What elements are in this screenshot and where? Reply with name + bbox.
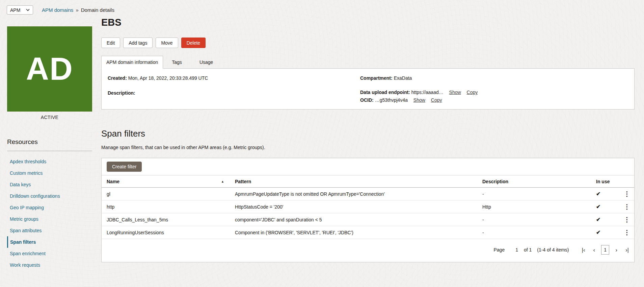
compartment-row: Compartment:ExaData — [360, 75, 628, 81]
sidebar-item-work-requests[interactable]: Work requests — [7, 259, 92, 271]
last-page-icon[interactable]: ›| — [625, 247, 629, 253]
move-button[interactable]: Move — [156, 38, 178, 48]
filter-actions: ⋮ — [620, 216, 634, 223]
table-row: LongRunningUserSessions Component in ('B… — [102, 226, 634, 239]
domain-info-right-column: Compartment:ExaData Data upload endpoint… — [360, 75, 628, 102]
edit-button[interactable]: Edit — [101, 38, 120, 48]
data-upload-endpoint-value: https://aaaad… — [411, 90, 444, 95]
ocid-value: …g53thvpj4v4a — [375, 97, 408, 103]
filter-pattern: HttpStatusCode = '200' — [230, 204, 477, 210]
pagination: Page 1 of 1 (1-4 of 4 items) |‹ ‹ 1 › ›| — [102, 239, 634, 262]
check-icon: ✔ — [596, 204, 600, 210]
tab-tags[interactable]: Tags — [163, 56, 191, 68]
ocid-label: OCID: — [360, 97, 374, 103]
filter-actions: ⋮ — [620, 204, 634, 210]
filter-description: Http — [477, 204, 595, 210]
sidebar-divider — [7, 151, 92, 151]
span-filters-table-card: Create filter Name ▲ Pattern Description… — [101, 158, 635, 262]
span-filters-description: Manage span filters, that can be used in… — [101, 145, 635, 150]
delete-button[interactable]: Delete — [181, 38, 206, 48]
filter-actions: ⋮ — [620, 191, 634, 197]
create-filter-button[interactable]: Create filter — [107, 162, 142, 172]
domain-info-left-column: Created:Mon, Apr 18, 2022, 20:33:28.499 … — [108, 75, 360, 102]
sidebar-item-custom-metrics[interactable]: Custom metrics — [7, 167, 92, 179]
table-row: http HttpStatusCode = '200' Http ✔ ⋮ — [102, 200, 634, 213]
check-icon: ✔ — [596, 230, 600, 235]
column-header-description[interactable]: Description — [477, 179, 595, 184]
breadcrumb-link-apm-domains[interactable]: APM domains — [42, 7, 73, 13]
kebab-menu-icon[interactable]: ⋮ — [624, 203, 630, 210]
filter-description: - — [477, 191, 595, 197]
endpoint-copy-link[interactable]: Copy — [467, 90, 478, 95]
filter-in-use: ✔ — [595, 216, 620, 223]
check-icon: ✔ — [596, 217, 600, 222]
next-page-icon[interactable]: › — [615, 247, 617, 253]
domain-info-panel: Created:Mon, Apr 18, 2022, 20:33:28.499 … — [101, 68, 635, 110]
page-number: 1 — [515, 247, 518, 253]
kebab-menu-icon[interactable]: ⋮ — [624, 216, 630, 223]
breadcrumb-current: Domain details — [81, 7, 114, 13]
sidebar-item-metric-groups[interactable]: Metric groups — [7, 213, 92, 225]
description-label: Description: — [108, 90, 135, 96]
filter-in-use: ✔ — [595, 191, 620, 197]
filter-name: http — [102, 204, 230, 210]
filter-name: gl — [102, 191, 230, 197]
action-buttons: Edit Add tags Move Delete — [101, 38, 635, 48]
filter-actions: ⋮ — [620, 229, 634, 236]
compartment-value: ExaData — [394, 75, 412, 81]
resources-nav: Apdex thresholds Custom metrics Data key… — [7, 156, 92, 271]
filter-in-use: ✔ — [595, 229, 620, 236]
breadcrumb: APM domains » Domain details — [42, 7, 114, 13]
filter-pattern: ApmrumPageUpdateType is not omitted OR A… — [230, 191, 477, 197]
topbar: APM APM domains » Domain details — [7, 5, 114, 15]
created-row: Created:Mon, Apr 18, 2022, 20:33:28.499 … — [108, 75, 360, 81]
app-selector-value: APM — [10, 7, 20, 13]
sidebar-item-data-keys[interactable]: Data keys — [7, 179, 92, 190]
avatar-initials: AD — [26, 51, 73, 87]
breadcrumb-separator: » — [76, 7, 78, 13]
sidebar-item-span-filters[interactable]: Span filters — [7, 236, 92, 248]
page-label: Page — [494, 247, 505, 253]
page-title: EBS — [101, 17, 635, 28]
data-upload-endpoint-row: Data upload endpoint:https://aaaad… Show… — [360, 90, 628, 95]
endpoint-show-link[interactable]: Show — [449, 90, 461, 95]
sidebar-item-span-enrichment[interactable]: Span enrichment — [7, 248, 92, 259]
ocid-row: OCID:…g53thvpj4v4a Show Copy — [360, 97, 628, 103]
sort-ascending-icon[interactable]: ▲ — [221, 180, 224, 183]
previous-page-icon[interactable]: ‹ — [593, 247, 595, 253]
status-badge: ACTIVE — [7, 115, 92, 120]
chevron-down-icon — [26, 9, 30, 11]
sidebar-item-span-attributes[interactable]: Span attributes — [7, 225, 92, 236]
column-header-name[interactable]: Name ▲ — [102, 179, 230, 184]
filter-pattern: Component in ('BROWSER', 'SERVLET', 'RUE… — [230, 230, 477, 235]
ocid-show-link[interactable]: Show — [413, 97, 425, 103]
tab-usage[interactable]: Usage — [191, 56, 222, 68]
page-of-label: of 1 — [524, 247, 532, 253]
sidebar-item-geo-ip-mapping[interactable]: Geo IP mapping — [7, 202, 92, 213]
current-page-box[interactable]: 1 — [601, 245, 609, 255]
table-row: JDBC_Calls_Less_than_5ms component='JDBC… — [102, 213, 634, 226]
sidebar-item-drilldown-configurations[interactable]: Drilldown configurations — [7, 190, 92, 202]
table-header-row: Name ▲ Pattern Description In use — [102, 175, 634, 188]
sidebar-item-apdex-thresholds[interactable]: Apdex thresholds — [7, 156, 92, 167]
items-count-label: (1-4 of 4 items) — [537, 247, 569, 253]
tabs: APM domain information Tags Usage — [101, 56, 635, 68]
app-selector[interactable]: APM — [7, 5, 33, 15]
column-header-pattern[interactable]: Pattern — [230, 179, 477, 184]
created-label: Created: — [108, 75, 127, 81]
filter-in-use: ✔ — [595, 204, 620, 210]
kebab-menu-icon[interactable]: ⋮ — [624, 229, 630, 236]
avatar: AD — [7, 26, 92, 112]
column-header-name-label: Name — [107, 179, 119, 184]
filter-name: LongRunningUserSessions — [102, 230, 230, 235]
ocid-copy-link[interactable]: Copy — [431, 97, 442, 103]
column-header-in-use[interactable]: In use — [595, 179, 620, 184]
description-row: Description: — [108, 90, 360, 96]
table-row: gl ApmrumPageUpdateType is not omitted O… — [102, 188, 634, 200]
first-page-icon[interactable]: |‹ — [582, 247, 585, 253]
created-value: Mon, Apr 18, 2022, 20:33:28.499 UTC — [128, 75, 208, 81]
kebab-menu-icon[interactable]: ⋮ — [624, 190, 630, 197]
resources-heading: Resources — [7, 138, 92, 146]
tab-apm-domain-information[interactable]: APM domain information — [101, 56, 163, 69]
add-tags-button[interactable]: Add tags — [123, 38, 153, 48]
